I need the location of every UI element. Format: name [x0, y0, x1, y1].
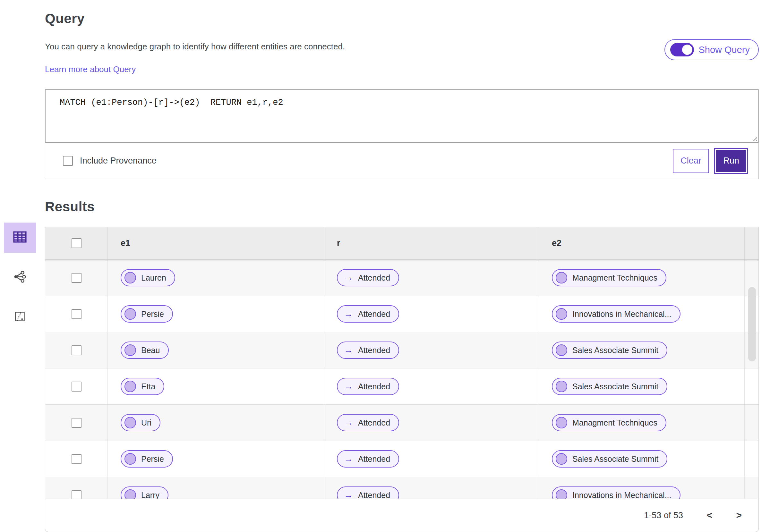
arrow-right-icon: →: [344, 273, 353, 282]
path-map-icon: [14, 311, 26, 324]
entity-node-icon: [556, 308, 567, 320]
query-description: You can query a knowledge graph to ident…: [45, 42, 345, 52]
entity-pill-e2[interactable]: Managment Techniques: [552, 414, 666, 431]
prev-page-button[interactable]: <: [707, 511, 713, 520]
relation-pill[interactable]: → Attended: [337, 414, 399, 431]
table-row: Lauren → Attended Managment Techniques: [45, 260, 758, 296]
relation-pill[interactable]: → Attended: [337, 342, 399, 359]
query-input[interactable]: MATCH (e1:Person)-[r]->(e2) RETURN e1,r,…: [45, 89, 758, 143]
entity-node-icon: [556, 489, 567, 499]
results-view-switcher: [4, 223, 36, 332]
table-row: Larry → Attended Innovations in Mechanic…: [45, 477, 758, 499]
arrow-right-icon: →: [344, 346, 353, 355]
table-row: Beau → Attended Sales Associate Summit: [45, 332, 758, 368]
entity-node-icon: [556, 344, 567, 356]
arrow-right-icon: →: [344, 418, 353, 427]
entity-node-icon: [124, 344, 136, 356]
next-page-button[interactable]: >: [736, 511, 742, 520]
entity-node-icon: [556, 417, 567, 428]
clear-button[interactable]: Clear: [673, 149, 709, 173]
show-query-toggle[interactable]: Show Query: [664, 39, 759, 60]
entity-pill-e1[interactable]: Persie: [121, 305, 173, 323]
entity-pill-e2[interactable]: Sales Associate Summit: [552, 450, 667, 468]
row-checkbox[interactable]: [72, 382, 81, 392]
network-share-icon: [13, 270, 27, 285]
column-header-r: r: [324, 227, 539, 259]
entity-node-icon: [556, 453, 567, 465]
query-footer: Include Provenance Clear Run: [45, 143, 758, 179]
entity-pill-e1[interactable]: Etta: [121, 378, 164, 395]
entity-pill-e1[interactable]: Beau: [121, 342, 169, 359]
entity-node-icon: [124, 489, 136, 499]
entity-node-icon: [124, 417, 136, 428]
table-row: Persie → Attended Innovations in Mechani…: [45, 296, 758, 332]
query-section-title: Query: [45, 11, 759, 26]
table-row: Etta → Attended Sales Associate Summit: [45, 368, 758, 405]
table-icon: [12, 229, 28, 246]
pagination-range-label: 1-53 of 53: [644, 511, 683, 520]
entity-pill-e2[interactable]: Managment Techniques: [552, 269, 666, 286]
relation-pill[interactable]: → Attended: [337, 378, 399, 395]
row-checkbox[interactable]: [72, 309, 81, 319]
results-table: e1 r e2 Lauren → Attended Managme: [45, 227, 759, 532]
entity-node-icon: [556, 272, 567, 283]
table-body: Lauren → Attended Managment Techniques P…: [45, 260, 759, 499]
entity-pill-e1[interactable]: Uri: [121, 414, 160, 431]
row-checkbox[interactable]: [72, 273, 81, 283]
table-row: Persie → Attended Sales Associate Summit: [45, 441, 758, 477]
arrow-right-icon: →: [344, 454, 353, 463]
entity-pill-e1[interactable]: Larry: [121, 486, 168, 499]
include-provenance-label: Include Provenance: [80, 156, 156, 166]
arrow-right-icon: →: [344, 491, 353, 499]
table-row: Uri → Attended Managment Techniques: [45, 405, 758, 441]
entity-pill-e2[interactable]: Sales Associate Summit: [552, 342, 667, 359]
relation-pill[interactable]: → Attended: [337, 486, 399, 499]
query-editor-box: MATCH (e1:Person)-[r]->(e2) RETURN e1,r,…: [45, 89, 759, 179]
results-section-title: Results: [45, 199, 759, 215]
pagination-bar: 1-53 of 53 < >: [45, 499, 759, 532]
toggle-switch-icon: [670, 43, 694, 56]
learn-more-link[interactable]: Learn more about Query: [45, 64, 136, 74]
run-button[interactable]: Run: [715, 149, 747, 173]
column-header-e1: e1: [108, 227, 324, 259]
relation-pill[interactable]: → Attended: [337, 450, 399, 468]
row-checkbox[interactable]: [72, 454, 81, 464]
entity-node-icon: [556, 381, 567, 392]
network-view-button[interactable]: [4, 262, 36, 292]
entity-pill-e2[interactable]: Innovations in Mechanical...: [552, 486, 681, 499]
table-view-button[interactable]: [4, 223, 36, 253]
row-checkbox[interactable]: [72, 345, 81, 355]
row-checkbox[interactable]: [72, 418, 81, 428]
relation-pill[interactable]: → Attended: [337, 305, 399, 323]
include-provenance-checkbox[interactable]: [63, 156, 73, 166]
table-header-row: e1 r e2: [45, 227, 759, 260]
entity-pill-e1[interactable]: Lauren: [121, 269, 175, 286]
query-page: Query You can query a knowledge graph to…: [0, 0, 770, 532]
entity-pill-e2[interactable]: Sales Associate Summit: [552, 378, 667, 395]
entity-pill-e2[interactable]: Innovations in Mechanical...: [552, 305, 681, 323]
entity-node-icon: [124, 308, 136, 320]
arrow-right-icon: →: [344, 309, 353, 318]
arrow-right-icon: →: [344, 382, 353, 391]
include-provenance-option[interactable]: Include Provenance: [63, 156, 156, 166]
entity-node-icon: [124, 272, 136, 283]
show-query-label: Show Query: [698, 45, 750, 55]
query-text: MATCH (e1:Person)-[r]->(e2) RETURN e1,r,…: [60, 98, 749, 107]
vertical-scrollbar-thumb[interactable]: [748, 287, 756, 361]
relation-pill[interactable]: → Attended: [337, 269, 399, 286]
entity-pill-e1[interactable]: Persie: [121, 450, 173, 468]
select-all-checkbox[interactable]: [72, 238, 81, 248]
column-header-e2: e2: [539, 227, 745, 259]
entity-node-icon: [124, 453, 136, 465]
path-view-button[interactable]: [4, 302, 36, 332]
row-checkbox[interactable]: [72, 490, 81, 499]
entity-node-icon: [124, 381, 136, 392]
